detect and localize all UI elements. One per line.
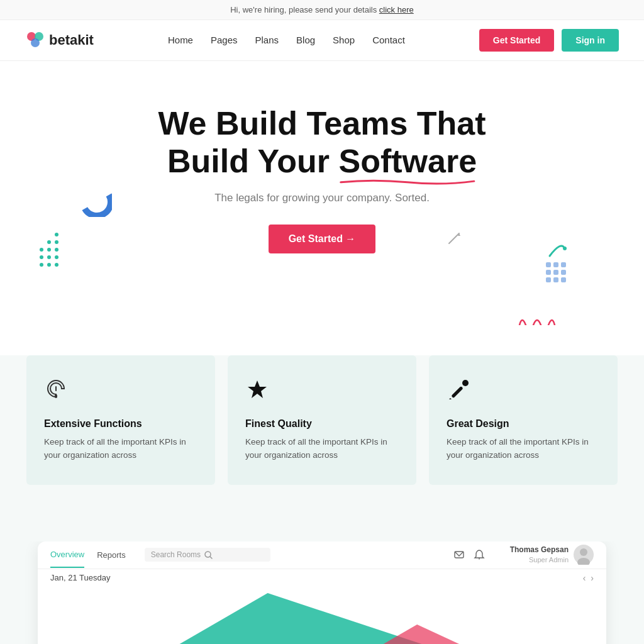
- svg-rect-18: [553, 262, 558, 267]
- svg-point-38: [580, 548, 587, 556]
- mail-icon[interactable]: [453, 549, 465, 560]
- next-arrow[interactable]: ›: [591, 573, 594, 583]
- svg-line-26: [449, 233, 459, 243]
- svg-point-12: [55, 263, 58, 267]
- feature-title-1: Finest Quality: [245, 418, 399, 430]
- navbar-sign-in-button[interactable]: Sign in: [562, 29, 619, 52]
- svg-rect-28: [55, 394, 57, 398]
- feature-icon-2: [447, 378, 600, 407]
- dash-user: Thomas Gepsan Super Admin: [510, 545, 594, 565]
- dash-date-row: Jan, 21 Tuesday ‹ ›: [38, 569, 606, 587]
- svg-marker-30: [248, 380, 267, 398]
- nav-buttons: Get Started Sign in: [479, 29, 619, 52]
- feature-card-2: Great Design Keep track of all the impor…: [429, 355, 618, 485]
- nav-home[interactable]: Home: [168, 35, 193, 45]
- deco-arrow: [546, 237, 569, 262]
- deco-pencil: [448, 231, 462, 247]
- hero-cta-button[interactable]: Get Started →: [269, 225, 376, 253]
- hero-section: We Build Teams That Build Your Software …: [0, 61, 644, 325]
- svg-point-13: [47, 240, 51, 244]
- svg-point-6: [55, 248, 58, 252]
- feature-title-2: Great Design: [447, 418, 600, 430]
- svg-point-4: [40, 248, 43, 252]
- svg-point-5: [47, 248, 51, 252]
- logo-icon: [25, 30, 45, 50]
- navbar: betakit Home Pages Plans Blog Shop Conta…: [0, 20, 644, 61]
- svg-rect-25: [561, 277, 566, 282]
- dash-icons: [453, 549, 485, 560]
- feature-desc-1: Keep track of all the important KPIs in …: [245, 436, 399, 462]
- svg-point-14: [55, 240, 58, 244]
- navbar-get-started-button[interactable]: Get Started: [479, 29, 554, 52]
- nav-contact[interactable]: Contact: [372, 35, 405, 45]
- svg-rect-23: [546, 277, 551, 282]
- feature-title-0: Extensive Functions: [44, 418, 197, 430]
- banner-link[interactable]: click here: [379, 5, 414, 14]
- nav-shop[interactable]: Shop: [333, 35, 355, 45]
- dash-tab-overview[interactable]: Overview: [50, 542, 84, 568]
- deco-waves-right: [546, 262, 581, 290]
- nav-links: Home Pages Plans Blog Shop Contact: [168, 35, 405, 46]
- feature-icon-1: [245, 378, 399, 407]
- dash-tab-reports[interactable]: Reports: [97, 543, 126, 567]
- svg-point-11: [47, 263, 51, 267]
- dash-user-role-text: Super Admin: [510, 555, 569, 564]
- dash-date-nav: ‹ ›: [583, 573, 594, 583]
- dashboard-inner: Overview Reports Search Rooms: [38, 541, 606, 644]
- features-section: Extensive Functions Keep track of all th…: [0, 355, 644, 523]
- feature-desc-2: Keep track of all the important KPIs in …: [447, 436, 600, 462]
- dash-date-label: Jan, 21 Tuesday: [50, 573, 110, 582]
- feature-card-1: Finest Quality Keep track of all the imp…: [228, 355, 416, 485]
- nav-pages[interactable]: Pages: [211, 35, 238, 45]
- svg-rect-24: [553, 277, 558, 282]
- svg-point-9: [55, 255, 58, 259]
- nav-blog[interactable]: Blog: [296, 35, 315, 45]
- svg-point-32: [462, 380, 469, 386]
- hero-headline: We Build Teams That Build Your Software: [108, 105, 536, 180]
- dash-search[interactable]: Search Rooms: [145, 548, 270, 562]
- top-banner: Hi, we're hiring, please send your detai…: [0, 0, 644, 20]
- deco-dots: [38, 231, 75, 271]
- dash-user-name-text: Thomas Gepsan: [510, 545, 569, 555]
- svg-point-39: [577, 558, 590, 565]
- spacer1: [0, 325, 644, 355]
- feature-card-0: Extensive Functions Keep track of all th…: [26, 355, 215, 485]
- deco-squiggle: [518, 313, 556, 325]
- hero-subheadline: The legals for growing your company. Sor…: [25, 192, 619, 204]
- bell-icon[interactable]: [474, 549, 485, 560]
- svg-rect-31: [451, 386, 463, 398]
- dashboard-preview: Overview Reports Search Rooms: [0, 541, 644, 644]
- logo-text: betakit: [49, 32, 94, 48]
- dashboard-chart: [50, 587, 594, 644]
- search-icon: [204, 551, 213, 559]
- banner-text: Hi, we're hiring, please send your detai…: [230, 5, 379, 14]
- svg-rect-21: [553, 270, 558, 275]
- svg-rect-22: [561, 270, 566, 275]
- dash-search-text: Search Rooms: [151, 550, 201, 559]
- headline-highlight: Software: [338, 143, 477, 180]
- svg-rect-20: [546, 270, 551, 275]
- svg-point-2: [31, 38, 40, 47]
- svg-rect-19: [561, 262, 566, 267]
- logo[interactable]: betakit: [25, 30, 94, 50]
- feature-icon-0: [44, 378, 197, 407]
- prev-arrow[interactable]: ‹: [583, 573, 586, 583]
- dash-topbar: Overview Reports Search Rooms: [38, 541, 606, 569]
- svg-marker-27: [458, 233, 460, 236]
- svg-point-16: [563, 247, 567, 250]
- svg-point-10: [40, 263, 43, 267]
- features-grid: Extensive Functions Keep track of all th…: [26, 355, 618, 485]
- feature-desc-0: Keep track of all the important KPIs in …: [44, 436, 197, 462]
- svg-rect-17: [546, 262, 551, 267]
- dash-chart: [38, 587, 606, 644]
- svg-line-35: [210, 557, 212, 558]
- svg-marker-33: [449, 398, 452, 399]
- svg-point-7: [40, 255, 43, 259]
- dash-avatar: [574, 545, 594, 565]
- nav-plans[interactable]: Plans: [255, 35, 279, 45]
- spacer2: [0, 523, 644, 541]
- svg-point-8: [47, 255, 51, 259]
- svg-point-15: [55, 233, 58, 236]
